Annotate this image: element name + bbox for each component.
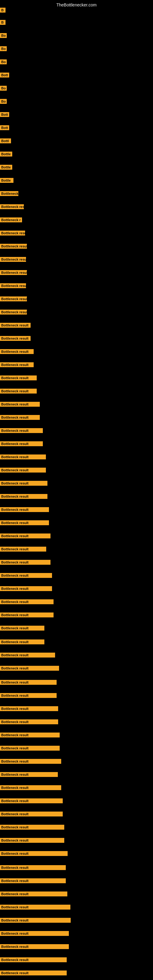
bar-item-74: Bottleneck result <box>0 970 67 977</box>
bar-item-63: Bottleneck result <box>0 825 64 831</box>
bar-label-66: Bottleneck result <box>0 865 66 870</box>
bar-item-70: Bottleneck result <box>0 918 71 924</box>
bar-label-53: Bottleneck result <box>0 693 57 698</box>
bar-label-17: Bottleneck r <box>0 218 22 222</box>
bar-item-72: Bottleneck result <box>0 944 69 950</box>
bar-item-10: Bott <box>0 125 9 131</box>
bar-label-19: Bottleneck result <box>0 244 27 249</box>
bar-label-9: Bott <box>0 112 9 117</box>
bar-item-45: Bottleneck result <box>0 586 52 592</box>
bar-item-24: Bottleneck result <box>0 310 27 316</box>
bar-label-58: Bottleneck result <box>0 759 61 764</box>
bar-label-59: Bottleneck result <box>0 772 58 777</box>
bar-label-64: Bottleneck result <box>0 838 64 843</box>
bar-item-12: Bottle <box>0 151 12 158</box>
bar-item-15: Bottleneck <box>0 191 18 197</box>
bar-label-62: Bottleneck result <box>0 811 63 816</box>
bar-label-26: Bottleneck result <box>0 336 30 341</box>
bar-label-31: Bottleneck result <box>0 402 40 407</box>
bar-label-34: Bottleneck result <box>0 441 43 446</box>
bar-item-58: Bottleneck result <box>0 759 61 765</box>
bar-item-66: Bottleneck result <box>0 865 66 871</box>
bar-item-3: Bo <box>0 33 7 39</box>
bar-label-60: Bottleneck result <box>0 785 61 790</box>
bar-item-32: Bottleneck result <box>0 415 40 421</box>
bar-label-49: Bottleneck result <box>0 640 45 644</box>
bar-item-27: Bottleneck result <box>0 349 33 355</box>
bar-item-65: Bottleneck result <box>0 851 68 857</box>
bar-item-67: Bottleneck result <box>0 878 66 885</box>
bar-label-39: Bottleneck result <box>0 507 49 512</box>
bar-item-36: Bottleneck result <box>0 468 46 474</box>
bar-label-14: Bottle <box>0 178 13 183</box>
bar-label-1: B <box>0 8 5 13</box>
bar-label-18: Bottleneck result <box>0 231 25 235</box>
bar-item-31: Bottleneck result <box>0 402 40 408</box>
bar-item-25: Bottleneck result <box>0 323 30 329</box>
bar-item-41: Bottleneck result <box>0 533 51 539</box>
bar-item-52: Bottleneck result <box>0 680 57 686</box>
bar-item-13: Bottle <box>0 165 12 171</box>
bar-item-38: Bottleneck result <box>0 494 48 500</box>
bar-label-28: Bottleneck result <box>0 362 33 367</box>
bar-label-5: Bo <box>0 59 7 64</box>
bar-label-12: Bottle <box>0 151 12 156</box>
bar-label-7: Bo <box>0 86 7 91</box>
bar-item-28: Bottleneck result <box>0 362 33 368</box>
bar-item-50: Bottleneck result <box>0 652 55 659</box>
bar-label-71: Bottleneck result <box>0 931 69 936</box>
bar-label-70: Bottleneck result <box>0 918 71 923</box>
bar-label-67: Bottleneck result <box>0 878 66 883</box>
bar-label-20: Bottleneck resul <box>0 257 26 262</box>
bar-label-23: Bottleneck result <box>0 296 27 301</box>
bar-item-55: Bottleneck result <box>0 719 58 725</box>
bar-label-42: Bottleneck result <box>0 547 46 552</box>
bar-item-30: Bottleneck result <box>0 389 37 395</box>
bar-item-42: Bottleneck result <box>0 547 46 553</box>
bar-item-73: Bottleneck result <box>0 957 67 964</box>
bar-item-44: Bottleneck result <box>0 573 52 579</box>
bar-item-51: Bottleneck result <box>0 666 59 672</box>
bar-item-19: Bottleneck result <box>0 244 27 250</box>
bar-label-3: Bo <box>0 33 7 38</box>
bar-label-41: Bottleneck result <box>0 533 51 538</box>
site-title: TheBottlenecker.com <box>0 0 153 10</box>
bar-label-51: Bottleneck result <box>0 666 59 671</box>
bar-item-60: Bottleneck result <box>0 785 61 791</box>
bar-label-47: Bottleneck result <box>0 612 54 617</box>
bar-label-16: Bottleneck resu <box>0 204 24 209</box>
bar-label-8: Bo <box>0 99 7 104</box>
bar-item-43: Bottleneck result <box>0 560 51 566</box>
bar-item-71: Bottleneck result <box>0 931 69 937</box>
bar-item-56: Bottleneck result <box>0 733 60 739</box>
bar-item-20: Bottleneck resul <box>0 257 26 263</box>
bar-label-43: Bottleneck result <box>0 560 51 565</box>
bar-label-61: Bottleneck result <box>0 799 63 803</box>
bar-label-32: Bottleneck result <box>0 415 40 420</box>
bar-item-34: Bottleneck result <box>0 441 43 447</box>
bar-label-52: Bottleneck result <box>0 680 57 685</box>
bar-item-26: Bottleneck result <box>0 336 30 342</box>
bar-label-29: Bottleneck result <box>0 375 37 380</box>
bar-label-22: Bottleneck resu <box>0 283 26 288</box>
bar-label-69: Bottleneck result <box>0 905 70 910</box>
bar-item-5: Bo <box>0 59 7 65</box>
bar-label-27: Bottleneck result <box>0 349 33 354</box>
bar-label-21: Bottleneck result <box>0 270 27 275</box>
bar-item-68: Bottleneck result <box>0 891 67 897</box>
bar-item-48: Bottleneck result <box>0 626 45 632</box>
bar-label-54: Bottleneck result <box>0 706 58 711</box>
bar-label-72: Bottleneck result <box>0 944 69 949</box>
bar-item-47: Bottleneck result <box>0 612 54 619</box>
bar-item-21: Bottleneck result <box>0 270 27 276</box>
bar-label-13: Bottle <box>0 165 12 170</box>
bar-label-11: Bottl <box>0 138 11 143</box>
bar-label-15: Bottleneck <box>0 191 18 196</box>
bar-label-36: Bottleneck result <box>0 468 46 473</box>
bar-label-10: Bott <box>0 125 9 130</box>
bar-label-65: Bottleneck result <box>0 851 68 856</box>
bar-item-33: Bottleneck result <box>0 428 43 434</box>
bar-label-30: Bottleneck result <box>0 389 37 393</box>
bar-item-37: Bottleneck result <box>0 481 48 487</box>
bar-label-44: Bottleneck result <box>0 573 52 578</box>
